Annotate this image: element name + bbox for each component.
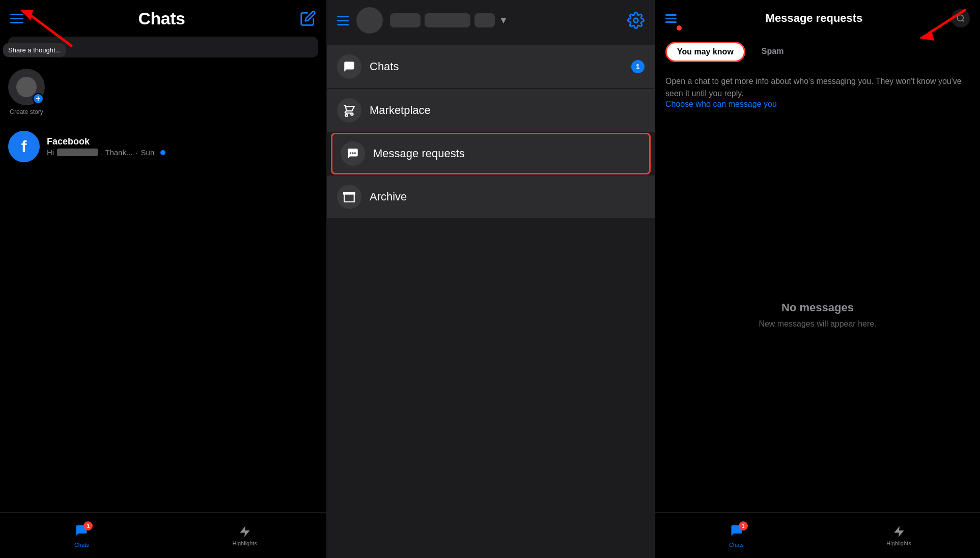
nav-item-chats[interactable]: 1 Chats: [0, 513, 163, 558]
chat-info: Facebook Hi . Thank... · Sun: [47, 136, 318, 157]
menu-list: Chats 1 Marketplace Message req: [327, 41, 655, 223]
panel3-badge-red: 1: [739, 521, 748, 531]
pill-2: [425, 13, 470, 27]
menu-label-chats: Chats: [370, 60, 399, 73]
tab-you-may-know[interactable]: You may know: [665, 42, 745, 62]
menu-item-chats[interactable]: Chats 1: [327, 45, 655, 88]
menu-icon-bg-chats: [337, 54, 361, 79]
panel3-title: Message requests: [684, 12, 944, 25]
menu-icon-bg-archive: [337, 185, 361, 209]
chat-menu-icon: [343, 60, 356, 73]
empty-state: No messages New messages will appear her…: [655, 117, 980, 512]
svg-marker-2: [240, 526, 250, 537]
panel-chats: Chats 🔍 Share a thought... + Cre: [0, 0, 327, 558]
gear-icon[interactable]: [627, 12, 645, 29]
notification-dot: [677, 25, 682, 31]
menu-badge-chats: 1: [631, 60, 645, 73]
menu-label-archive: Archive: [370, 190, 407, 203]
panel3-header: Message requests: [655, 0, 980, 37]
search-input[interactable]: [30, 42, 311, 52]
empty-title: No messages: [781, 301, 854, 314]
nav-item-highlights[interactable]: Highlights: [163, 513, 327, 558]
search-icon-panel3: [956, 14, 965, 23]
panel3-nav-icon-wrapper: 1: [730, 523, 744, 540]
blurred-name: [57, 149, 98, 156]
panel-menu: ▼ Chats 1 Marketplace: [327, 0, 655, 558]
avatar: f: [8, 131, 40, 162]
menu-icon-bg-marketplace: [337, 98, 361, 123]
panel2-hamburger-icon[interactable]: [337, 16, 349, 25]
panel1-title: Chats: [138, 9, 185, 28]
info-box: Open a chat to get more info about who's…: [655, 67, 980, 117]
panel3-nav-item-chats[interactable]: 1 Chats: [655, 513, 818, 558]
compose-icon[interactable]: [300, 10, 316, 26]
unread-dot: [160, 150, 165, 155]
nav-label-chats: Chats: [74, 542, 89, 548]
menu-item-message-requests[interactable]: Message requests: [331, 133, 651, 174]
panel3-nav-label-highlights: Highlights: [886, 540, 911, 546]
panel1-header: Chats: [0, 0, 326, 37]
panel3-nav-label-chats: Chats: [729, 542, 744, 548]
share-thought-bubble: Share a thought...: [3, 43, 66, 57]
svg-point-3: [634, 18, 638, 23]
svg-line-11: [962, 20, 964, 21]
create-story-label: Create story: [10, 108, 43, 115]
pill-3: [474, 13, 495, 27]
highlights-nav-icon: [238, 525, 251, 538]
tabs-section: You may know Spam: [655, 37, 980, 67]
badge-red: 1: [83, 521, 93, 531]
panel3-hamburger-icon[interactable]: [665, 14, 677, 23]
dropdown-chevron: ▼: [499, 15, 508, 26]
tab-spam[interactable]: Spam: [750, 42, 795, 62]
svg-marker-12: [894, 526, 904, 537]
table-row[interactable]: f Facebook Hi . Thank... · Sun: [0, 125, 326, 168]
panel2-avatar: [356, 7, 383, 34]
panel3-highlights-icon: [892, 525, 906, 538]
panel3-search-btn[interactable]: [951, 9, 970, 27]
info-text: Open a chat to get more info about who's…: [665, 75, 970, 100]
menu-item-marketplace[interactable]: Marketplace: [327, 89, 655, 132]
pill-1: [390, 13, 421, 27]
info-link[interactable]: Choose who can message you: [665, 100, 970, 109]
bottom-nav: 1 Chats Highlights: [0, 512, 326, 558]
svg-point-10: [957, 15, 963, 21]
menu-label-requests: Message requests: [373, 147, 465, 160]
panel3-hamburger-wrapper: [665, 14, 677, 23]
header-icons: [300, 10, 316, 26]
create-story-avatar: +: [8, 69, 45, 105]
chat-preview: Hi . Thank... · Sun: [47, 148, 318, 157]
panel-message-requests: Message requests You may know Spam Open …: [655, 0, 980, 558]
svg-point-4: [350, 152, 351, 154]
stories-section: Share a thought... + Create story: [0, 64, 326, 121]
archive-menu-icon: [343, 190, 356, 203]
panel3-nav-item-highlights[interactable]: Highlights: [818, 513, 980, 558]
profile-pills: ▼: [390, 13, 620, 27]
nav-label-highlights: Highlights: [233, 540, 257, 546]
chat-list: f Facebook Hi . Thank... · Sun: [0, 121, 326, 512]
menu-item-archive[interactable]: Archive: [327, 175, 655, 218]
nav-icon-wrapper: 1: [74, 523, 89, 540]
panel2-header: ▼: [327, 0, 655, 41]
svg-point-6: [354, 152, 356, 154]
message-requests-menu-icon: [346, 147, 359, 160]
panel3-bottom-nav: 1 Chats Highlights: [655, 512, 980, 558]
menu-icon-bg-requests: [341, 141, 365, 166]
chat-name: Facebook: [47, 136, 318, 147]
menu-label-marketplace: Marketplace: [370, 104, 431, 117]
marketplace-menu-icon: [343, 104, 356, 117]
hamburger-menu-icon[interactable]: [10, 14, 23, 23]
svg-point-5: [352, 152, 353, 154]
empty-subtitle: New messages will appear here.: [759, 319, 876, 329]
create-story-item[interactable]: Share a thought... + Create story: [8, 69, 45, 115]
plus-badge: +: [33, 93, 44, 104]
